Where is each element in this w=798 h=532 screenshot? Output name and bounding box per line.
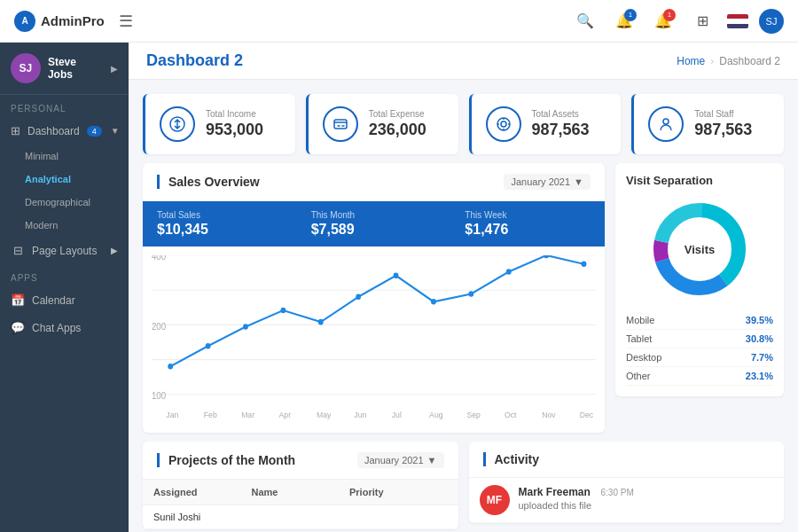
sales-metrics: Total Sales $10,345 This Month $7,589 Th… <box>143 201 605 246</box>
bottom-row: Projects of the Month January 2021 ▼ Ass… <box>129 442 798 532</box>
donut-center-label: Visits <box>685 243 715 256</box>
stat-card-expense: Total Expense 236,000 <box>306 94 458 154</box>
visit-stat-other: Other 23.1% <box>626 367 773 386</box>
logo-icon: A <box>14 11 35 32</box>
projects-date-filter[interactable]: January 2021 ▼ <box>357 452 444 468</box>
activity-title: Activity <box>483 452 540 466</box>
donut-wrapper: Visits <box>626 196 773 302</box>
stat-card-income: Total Income 953,000 <box>143 94 295 154</box>
svg-point-14 <box>206 343 211 349</box>
projects-card: Projects of the Month January 2021 ▼ Ass… <box>143 442 458 529</box>
svg-text:Jun: Jun <box>354 410 366 419</box>
desktop-value: 7.7% <box>751 352 773 363</box>
svg-text:Nov: Nov <box>542 410 556 419</box>
visit-stat-desktop: Desktop 7.7% <box>626 348 773 367</box>
activity-info-1: Mark Freeman 6:30 PM uploaded this file <box>519 485 774 511</box>
visit-separation-title: Visit Separation <box>626 174 773 187</box>
col-priority: Priority <box>349 487 448 497</box>
user-avatar-sidebar: SJ <box>11 53 41 83</box>
mobile-label: Mobile <box>626 315 654 325</box>
svg-text:Jan: Jan <box>166 410 178 419</box>
activity-item-1: MF Mark Freeman 6:30 PM uploaded this fi… <box>469 478 785 523</box>
activity-avatar-1: MF <box>480 485 510 515</box>
breadcrumb-current: Dashboard 2 <box>719 55 780 67</box>
other-value: 23.1% <box>746 371 773 381</box>
this-month-value: $7,589 <box>311 222 437 238</box>
metric-this-week: This Week $1,476 <box>450 201 605 246</box>
total-sales-value: $10,345 <box>157 222 283 238</box>
sidebar-username: Steve Jobs <box>48 56 104 81</box>
main-layout: SJ Steve Jobs ▶ PERSONAL ⊞ Dashboard 4 ▼… <box>0 43 798 532</box>
sidebar-item-minimal[interactable]: Minimal <box>0 145 129 168</box>
body-row: Sales Overview January 2021 ▼ Total Sale… <box>129 163 798 442</box>
metric-this-month: This Month $7,589 <box>297 201 451 246</box>
projects-table-header: Assigned Name Priority <box>143 480 458 505</box>
visit-separation-col: Visit Separation <box>615 163 784 433</box>
staff-icon <box>648 106 684 142</box>
this-week-value: $1,476 <box>465 222 591 238</box>
assets-value: 987,563 <box>532 121 590 139</box>
stats-row: Total Income 953,000 Total Expense 236,0… <box>129 80 798 163</box>
projects-date-label: January 2021 <box>364 455 424 466</box>
svg-point-20 <box>431 299 436 305</box>
svg-text:Apr: Apr <box>279 410 292 419</box>
search-icon[interactable]: 🔍 <box>571 7 599 35</box>
alert-icon[interactable]: 🔔 1 <box>649 7 677 35</box>
svg-text:Oct: Oct <box>505 410 517 419</box>
hamburger-button[interactable]: ☰ <box>119 12 133 31</box>
language-flag[interactable] <box>727 14 748 28</box>
svg-text:Feb: Feb <box>204 410 217 419</box>
row1-assigned: Sunil Joshi <box>153 512 252 522</box>
sidebar-item-analytical[interactable]: Analytical <box>0 168 129 191</box>
page-layouts-chevron-icon: ▶ <box>111 246 118 255</box>
col-name: Name <box>252 487 350 497</box>
svg-text:200: 200 <box>152 321 166 332</box>
breadcrumb-separator: › <box>710 55 714 67</box>
staff-value: 987,563 <box>694 121 752 139</box>
svg-text:Sep: Sep <box>467 410 481 419</box>
topnav-right: 🔍 🔔 1 🔔 1 ⊞ SJ <box>571 7 784 35</box>
visit-separation-card: Visit Separation <box>615 163 784 396</box>
total-sales-label: Total Sales <box>157 210 283 220</box>
sidebar-item-demographical[interactable]: Demographical <box>0 191 129 214</box>
stat-card-staff: Total Staff 987,563 <box>631 94 784 154</box>
stat-card-assets: Total Assets 987,563 <box>469 94 622 154</box>
sidebar-item-dashboard[interactable]: ⊞ Dashboard 4 ▼ <box>0 117 129 145</box>
sales-date-filter[interactable]: January 2021 ▼ <box>504 174 591 190</box>
svg-text:Mar: Mar <box>241 410 254 419</box>
tablet-value: 30.8% <box>746 333 773 344</box>
sidebar-item-page-layouts[interactable]: ⊟ Page Layouts ▶ <box>0 237 129 264</box>
svg-text:May: May <box>317 410 332 419</box>
activity-time-1: 6:30 PM <box>601 488 634 497</box>
svg-text:Dec: Dec <box>580 410 594 419</box>
sidebar-calendar-label: Calendar <box>32 294 75 307</box>
mobile-value: 39.5% <box>746 315 773 325</box>
sales-overview-card: Sales Overview January 2021 ▼ Total Sale… <box>143 163 605 433</box>
activity-col: Activity MF Mark Freeman 6:30 PM uploade… <box>469 442 785 529</box>
sidebar-item-modern[interactable]: Modern <box>0 214 129 237</box>
assets-icon <box>486 106 521 142</box>
staff-label: Total Staff <box>694 109 752 119</box>
projects-header: Projects of the Month January 2021 ▼ <box>143 442 458 480</box>
sidebar: SJ Steve Jobs ▶ PERSONAL ⊞ Dashboard 4 ▼… <box>0 43 129 532</box>
svg-point-2 <box>497 118 510 130</box>
notification-bell-icon[interactable]: 🔔 1 <box>610 7 638 35</box>
assets-label: Total Assets <box>532 109 590 119</box>
sidebar-item-chat-apps[interactable]: 💬 Chat Apps <box>0 314 129 341</box>
section-personal: PERSONAL <box>0 95 129 117</box>
sales-chart-svg: 400 200 100 <box>152 255 596 429</box>
metric-total-sales: Total Sales $10,345 <box>143 201 297 246</box>
sidebar-item-calendar[interactable]: 📅 Calendar <box>0 286 129 314</box>
topnav: A AdminPro ☰ 🔍 🔔 1 🔔 1 ⊞ SJ <box>0 0 798 43</box>
income-icon <box>160 106 195 142</box>
grid-icon[interactable]: ⊞ <box>688 7 716 35</box>
expense-icon <box>323 106 358 142</box>
sales-overview-col: Sales Overview January 2021 ▼ Total Sale… <box>143 163 605 433</box>
breadcrumb-home[interactable]: Home <box>677 55 705 67</box>
breadcrumb: Home › Dashboard 2 <box>677 55 780 67</box>
user-avatar-top[interactable]: SJ <box>759 9 784 34</box>
svg-text:Aug: Aug <box>429 410 442 419</box>
income-info: Total Income 953,000 <box>206 109 263 139</box>
sidebar-user[interactable]: SJ Steve Jobs ▶ <box>0 43 129 95</box>
expense-info: Total Expense 236,000 <box>369 109 426 139</box>
